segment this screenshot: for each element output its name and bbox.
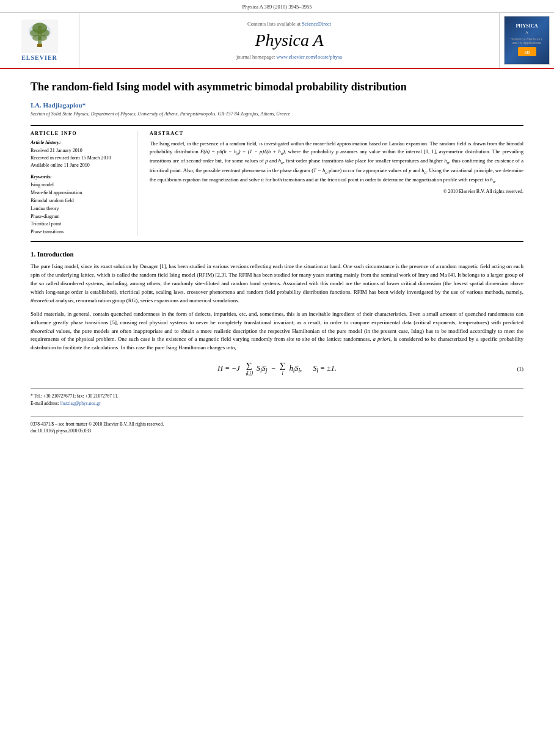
svg-rect-8 bbox=[37, 44, 42, 47]
intro-paragraph-2: Solid materials, in general, contain que… bbox=[31, 310, 523, 353]
journal-homepage: journal homepage: www.elsevier.com/locat… bbox=[236, 54, 342, 60]
page: Physica A 389 (2010) 3945–3955 EL bbox=[0, 0, 554, 756]
author-name: I.A. Hadjiagapiou* bbox=[31, 101, 523, 109]
main-content: The random-field Ising model with asymme… bbox=[0, 69, 554, 446]
svg-text:SD: SD bbox=[524, 50, 530, 55]
abstract-heading: ABSTRACT bbox=[150, 131, 523, 136]
author-affiliation: Section of Solid State Physics, Departme… bbox=[31, 111, 523, 117]
keyword-bimodal: Bimodal random field bbox=[31, 197, 131, 205]
abstract-text: The Ising model, in the presence of a ra… bbox=[150, 140, 523, 185]
article-title: The random-field Ising model with asymme… bbox=[31, 80, 523, 94]
keywords-label: Keywords: bbox=[31, 174, 131, 180]
keywords-list: Ising model Mean-field approximation Bim… bbox=[31, 181, 131, 236]
svg-point-7 bbox=[38, 35, 47, 41]
equation-1-row: H = −J ∑ ⟨i,j⟩ SiSj − ∑ i hiSi, Si = ±1. bbox=[31, 361, 523, 376]
equation-1-content: H = −J ∑ ⟨i,j⟩ SiSj − ∑ i hiSi, Si = ±1. bbox=[217, 361, 336, 376]
equation-1-number: (1) bbox=[517, 366, 524, 372]
equation-1-math: H = −J ∑ ⟨i,j⟩ SiSj − ∑ i hiSi, Si = ±1. bbox=[217, 364, 336, 373]
received-date: Received 21 January 2010 bbox=[31, 147, 131, 154]
journal-banner: ELSEVIER Contents lists available at Sci… bbox=[0, 13, 554, 69]
footnote-email-link[interactable]: ihatziag@phys.uoa.gr bbox=[60, 401, 101, 406]
keyword-ising: Ising model bbox=[31, 181, 131, 189]
journal-ref-text: Physica A 389 (2010) 3945–3955 bbox=[242, 4, 312, 10]
science-direct-thumb-icon: SD bbox=[518, 47, 536, 56]
elsevier-logo: ELSEVIER bbox=[21, 20, 58, 61]
article-history-label: Article history: bbox=[31, 140, 131, 145]
keyword-landau: Landau theory bbox=[31, 205, 131, 213]
journal-title: Physica A bbox=[255, 31, 323, 50]
intro-paragraph-1: The pure Ising model, since its exact so… bbox=[31, 263, 523, 305]
article-info-heading: ARTICLE INFO bbox=[31, 131, 131, 136]
article-info-column: ARTICLE INFO Article history: Received 2… bbox=[31, 131, 137, 236]
article-info-abstract-section: ARTICLE INFO Article history: Received 2… bbox=[31, 125, 523, 242]
keyword-mf: Mean-field approximation bbox=[31, 189, 131, 197]
available-date: Available online 11 June 2010 bbox=[31, 162, 131, 169]
science-direct-anchor[interactable]: ScienceDirect bbox=[302, 21, 331, 27]
footnote-telephone: * Tel.: +30 2107276771; fax: +30 2107276… bbox=[31, 393, 523, 399]
science-direct-link: Contents lists available at ScienceDirec… bbox=[247, 21, 331, 27]
copyright-text: © 2010 Elsevier B.V. All rights reserved… bbox=[150, 189, 523, 194]
revised-date: Received in revised form 15 March 2010 bbox=[31, 154, 131, 162]
footer-doi: doi:10.1016/j.physa.2010.05.033 bbox=[31, 427, 523, 434]
keyword-tricritical: Tricritical point bbox=[31, 220, 131, 228]
keyword-transitions: Phase transitions bbox=[31, 228, 131, 236]
banner-center: Contents lists available at ScienceDirec… bbox=[79, 13, 499, 68]
abstract-column: ABSTRACT The Ising model, in the presenc… bbox=[150, 131, 523, 236]
footnote-email: E-mail address: ihatziag@phys.uoa.gr bbox=[31, 400, 523, 407]
elsevier-logo-area: ELSEVIER bbox=[0, 13, 79, 68]
footnote-area: * Tel.: +30 2107276771; fax: +30 2107276… bbox=[31, 388, 523, 434]
elsevier-wordmark: ELSEVIER bbox=[21, 54, 57, 61]
keyword-phase: Phase-diagram bbox=[31, 213, 131, 221]
journal-url[interactable]: www.elsevier.com/locate/physa bbox=[277, 54, 343, 60]
section1-title: 1. Introduction bbox=[31, 250, 523, 258]
journal-reference: Physica A 389 (2010) 3945–3955 bbox=[0, 0, 554, 13]
elsevier-tree-icon bbox=[21, 20, 58, 53]
footer-issn: 0378-4371/$ – see front matter © 2010 El… bbox=[31, 421, 523, 427]
physica-cover-thumb: PHYSICA A Statistical Mechanicsand its A… bbox=[504, 16, 550, 65]
physica-thumbnail: PHYSICA A Statistical Mechanicsand its A… bbox=[499, 13, 554, 68]
